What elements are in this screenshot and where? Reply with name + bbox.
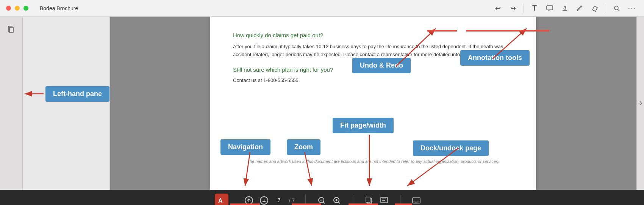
svg-text:A: A [218, 197, 223, 204]
next-page-button[interactable] [257, 194, 271, 205]
highlight-icon[interactable] [559, 2, 571, 14]
comment-icon[interactable] [544, 2, 556, 14]
maximize-button[interactable] [23, 6, 28, 11]
page-separator: / 7 [289, 197, 295, 203]
eraser-icon[interactable] [589, 2, 601, 14]
svg-line-17 [338, 202, 340, 203]
svg-rect-6 [9, 27, 13, 33]
svg-marker-1 [592, 6, 597, 11]
fit-width-button[interactable] [377, 194, 391, 205]
toolbar-divider-2 [606, 4, 606, 13]
svg-rect-18 [366, 197, 370, 203]
svg-point-3 [614, 6, 618, 10]
bottom-toolbar: A 7 / 7 [0, 190, 644, 205]
svg-rect-19 [381, 197, 388, 203]
main-layout: How quickly do claims get paid out? Afte… [0, 17, 644, 190]
svg-rect-24 [415, 202, 418, 203]
pdf-page: How quickly do claims get paid out? Afte… [210, 17, 536, 190]
svg-line-2 [592, 10, 596, 11]
more-icon[interactable]: ··· [626, 2, 638, 14]
zoom-out-button[interactable] [315, 194, 328, 205]
zoom-group [309, 194, 350, 205]
svg-rect-0 [547, 6, 553, 10]
pdf-footer: The names and artwork used in this docum… [233, 159, 513, 164]
close-button[interactable] [6, 6, 11, 11]
pen-icon[interactable] [574, 2, 586, 14]
zoom-in-button[interactable] [330, 194, 344, 205]
toolbar-divider-fit-dock [400, 195, 400, 205]
pdf-body-1: After you file a claim, it typically tak… [233, 43, 513, 59]
pdf-contact: Contact us at 1-800-555-5555 [233, 77, 513, 83]
left-sidebar [0, 17, 23, 190]
acrobat-icon: A [215, 194, 228, 205]
minimize-button[interactable] [15, 6, 20, 11]
pdf-question-1: How quickly do claims get paid out? [233, 32, 513, 38]
svg-line-13 [323, 202, 325, 203]
undo-icon[interactable]: ↩ [492, 2, 504, 14]
svg-line-4 [618, 9, 619, 11]
fit-group [356, 194, 397, 205]
pages-icon[interactable] [5, 23, 18, 36]
fit-page-button[interactable] [362, 194, 376, 205]
search-icon[interactable] [611, 2, 623, 14]
dock-undock-button[interactable] [410, 194, 423, 205]
page-number-input[interactable]: 7 [272, 195, 286, 205]
toolbar-divider-zoom-fit [353, 195, 353, 205]
toolbar-divider-nav-zoom [305, 195, 306, 205]
document-title: Bodea Brochure [40, 5, 78, 11]
titlebar-left: Bodea Brochure [6, 5, 78, 11]
text-tool-icon[interactable]: T [528, 2, 541, 14]
toolbar-divider-1 [524, 4, 524, 13]
right-collapse-button[interactable] [636, 17, 644, 190]
redo-icon[interactable]: ↪ [507, 2, 519, 14]
toolbar: ↩ ↪ T ··· [492, 2, 638, 14]
thumbnail-panel [23, 17, 110, 190]
navigation-group: 7 / 7 [236, 194, 303, 205]
titlebar: Bodea Brochure ↩ ↪ T ··· [0, 0, 644, 17]
dock-group [403, 194, 429, 205]
pdf-area: How quickly do claims get paid out? Afte… [110, 17, 636, 190]
pdf-question-2: Still not sure which plan is right for y… [233, 66, 513, 73]
prev-page-button[interactable] [242, 194, 256, 205]
